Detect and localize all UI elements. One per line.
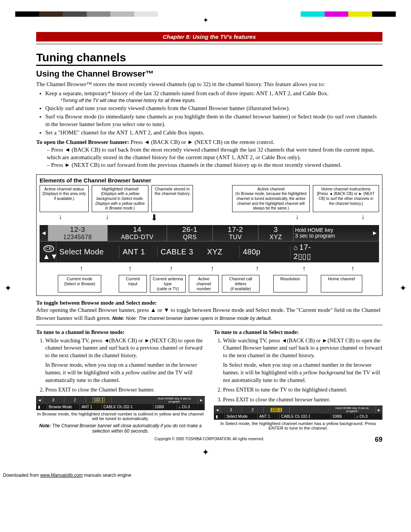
step: While watching TV, press ◄(BACK CB) or ►… — [45, 337, 205, 384]
manualslib-link[interactable]: www.Manualslib.com — [40, 473, 83, 478]
slot-label: ABCD-DTV — [109, 234, 166, 241]
bullet-item: Keep a separate, temporary* history of t… — [45, 89, 382, 103]
open-banner-instruction: To open the Channel Browser banner: Pres… — [36, 138, 382, 146]
callout-current-input: Current input — [119, 275, 147, 292]
nav-right-icon: ► — [376, 407, 382, 413]
callout-sub: (Select or Browse) — [64, 282, 95, 286]
section-heading: Tuning channels — [36, 51, 382, 66]
callout-call-letters: Channel call letters (if available) — [222, 275, 260, 292]
open-rest: Press ◄ (BACK CB) or ► (NEXT CB) on the … — [129, 139, 274, 145]
rule — [36, 325, 382, 325]
mini-home: ⌂ Ch.3 — [177, 404, 204, 410]
bullet-footnote: *Turning off the TV will clear the chann… — [61, 97, 382, 104]
nav-left-icon: ◄ — [37, 397, 43, 403]
callout-sub: (Displays with a yellow background in Se… — [96, 192, 145, 210]
slot-channel: 17-2 — [214, 226, 256, 234]
mini-res: 1080i — [153, 404, 177, 410]
callout-title: Home channel instructions — [321, 187, 371, 191]
intro-paragraph: The Channel Browser™ stores the most rec… — [36, 80, 382, 88]
banner-slot-4: 17-2 TUV — [213, 225, 258, 241]
mini-cell — [290, 409, 303, 411]
note-label: Note: — [112, 316, 124, 321]
mini-cell — [125, 399, 138, 401]
mini-caption: In Select mode, the highlighted channel … — [214, 421, 382, 430]
mini-home-hint: Hold HOME key 3 sec to program — [151, 396, 198, 404]
note-label: Note: — [39, 423, 51, 428]
nav-left-icon: ◄ — [214, 407, 220, 413]
col-heading: To tune to a channel in Browse mode: — [36, 329, 205, 335]
callout-title: Active channel — [257, 187, 285, 191]
callout-active-channel: Active channel (In Browse mode, because … — [232, 185, 310, 212]
callout-title: Current antenna type — [153, 276, 183, 286]
mini-caption: In Browse mode, the highlighted channel … — [36, 412, 205, 421]
callout-highlighted: Highlighted channel (Displays with a yel… — [92, 185, 148, 212]
slot-channel: 3 — [260, 226, 292, 234]
antenna-and-channel: CABLE 3 XYZ — [158, 246, 240, 258]
cb-badge: CB ▲▼ — [40, 242, 56, 262]
dash-item: – Press ► (NEXT CB) to surf forward from… — [47, 161, 382, 169]
home-hint-bot: 3 sec to program — [295, 233, 369, 239]
callout-title: Current mode — [67, 276, 92, 281]
toggle-body: After opening the Channel Browser banner… — [36, 306, 382, 322]
banner-slot-5: 3 XYZ — [258, 225, 293, 241]
nav-right-icon: ► — [371, 230, 379, 236]
step: Press EXIT to close the channel browser … — [223, 396, 382, 404]
bullet-item: Set a "HOME" channel for the ANT 1, ANT … — [45, 129, 382, 136]
current-mode: Select Mode — [56, 246, 119, 258]
subsection-heading: Using the Channel Browser™ — [36, 69, 382, 79]
download-footer: Downloaded from www.Manualslib.com manua… — [3, 473, 411, 478]
mini-res: 1080i — [331, 414, 355, 419]
registration-mark-right: ✦ — [400, 283, 406, 293]
mini-banner-browse: ◄ 3 2 102-1 Hold HOME key 3 sec to progr… — [36, 396, 205, 410]
lead-bold: To open the Channel Browser banner: — [36, 139, 129, 145]
mini-cell: 3 — [220, 407, 242, 413]
callout-sub: (In Browse mode, because the highlighted… — [236, 192, 307, 210]
slot-channel: 14 — [109, 226, 166, 234]
slot-channel: 26-1 — [169, 226, 211, 234]
mini-mode: Select Mode — [225, 414, 258, 419]
bullet-text: Keep a separate, temporary* history of t… — [45, 90, 328, 96]
callout-antenna-type: Current antenna type (cable or TV) — [150, 275, 186, 292]
mini-cell: 2 — [242, 407, 264, 413]
emphasis: yellow background — [303, 369, 345, 375]
toggle-heading: To toggle between Browse mode and Select… — [36, 300, 382, 306]
slot-label: TUV — [214, 234, 256, 241]
banner-slot-3: 26-1 QRS — [167, 225, 213, 241]
slot-channel: 12-3 — [49, 226, 106, 234]
current-input: ANT 1 — [119, 246, 158, 258]
slot-label: QRS — [169, 234, 211, 241]
mini-home: ⌂ Ch.3 — [355, 414, 382, 419]
bullet-item: Quickly surf and tune your recently view… — [45, 104, 382, 112]
callout-sub: (if available) — [231, 287, 251, 291]
callout-title: Channel call letters — [229, 276, 252, 286]
callout-title: Channels stored in the channel history — [155, 187, 190, 196]
mini-channel: CABLE Ch.102-1 — [280, 414, 331, 419]
slot-label: 12345678 — [49, 234, 106, 241]
callout-title: Active channel number — [196, 276, 211, 291]
step-text: While watching TV, press ◄(BACK CB) or ►… — [45, 337, 203, 358]
callout-sub: (cable or TV) — [157, 287, 179, 291]
callout-resolution: Resolution — [273, 275, 307, 292]
callout-active-status: Active channel status (Displays in this … — [40, 185, 89, 212]
mini-cell — [315, 409, 328, 411]
callout-home-instructions: Home channel instructions [Press ◄ (BACK… — [313, 185, 379, 212]
step: Press EXIT to close the Channel Browser … — [45, 386, 205, 394]
banner-home-hint: Hold HOME key 3 sec to program — [293, 227, 371, 240]
slot-label: XYZ — [260, 234, 292, 241]
callout-title: Current input — [126, 276, 140, 286]
mini-cell-highlight: 102-1 — [86, 397, 112, 403]
callout-current-mode: Current mode (Select or Browse) — [58, 275, 101, 292]
bullet-item: Surf via Browse mode (to immediately tun… — [45, 113, 382, 128]
note-line: Note: The Channel Browser banner will cl… — [36, 423, 205, 434]
chapter-banner: Chapter 8: Using the TV's features — [36, 32, 382, 42]
callout-home-channel: Home channel — [321, 275, 362, 292]
emphasis: yellow outline — [125, 369, 156, 375]
mini-cb-icon: ▮ — [214, 414, 225, 419]
banner-slot-1: 12-3 12345678 — [48, 225, 108, 241]
mini-mode: Browse Mode — [47, 404, 80, 410]
mini-input: ANT 1 — [80, 404, 102, 410]
callout-title: Home channel — [328, 276, 355, 281]
callout-title: Resolution — [280, 276, 300, 281]
callout-stored: Channels stored in the channel history — [151, 185, 193, 212]
dl-pre: Downloaded from — [3, 473, 40, 478]
